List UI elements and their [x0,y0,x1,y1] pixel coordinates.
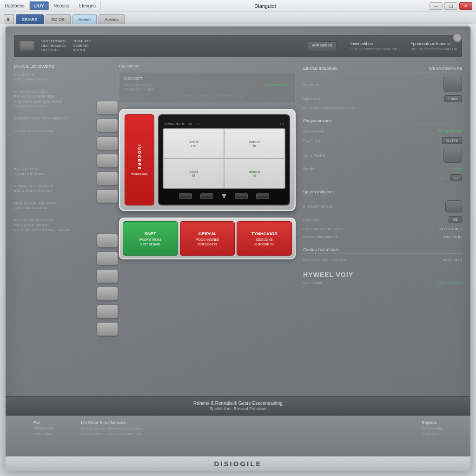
minimize-icon[interactable]: — [430,2,443,10]
action-row: SNETIPKORIE IROESLI OIT SENARL GEIPAN.PI… [119,218,296,259]
thumbnail[interactable] [97,304,118,318]
titlebar: Datebens DUY Neoses Elenges Dianguiot — … [0,0,476,12]
device-nav-icon[interactable] [222,194,226,198]
device-cell[interactable]: whao inlef [224,159,285,188]
thumbnail[interactable] [97,189,118,203]
tab-item[interactable]: Aonen [73,14,97,24]
property-label: Mirfrerson [303,97,320,101]
header-info: Yponouatoas Inaristic SFR Se cotlishrena… [410,41,457,51]
header-block: TENALATESEABINGVOPICE [73,40,91,53]
info-link[interactable]: Vifeensec eap i [264,83,290,87]
value-chip[interactable]: WYTPS [442,137,462,144]
device-cell[interactable]: oreo ist en [163,129,224,159]
device-cell[interactable]: dwobibt [163,159,224,188]
property-thumb-icon[interactable] [443,77,462,92]
thumbnail-strip [97,101,120,336]
titlebar-item-active[interactable]: DUY [30,1,49,10]
header-pill[interactable]: ARR NERES [308,41,337,51]
action-diagnostics-button[interactable]: TYNHCKIOSIODEGE KBIE ROORR OII [237,221,292,256]
device-button-icon[interactable] [179,193,192,199]
property-value: HIS S SPID [443,258,462,262]
property-value: WKOIPRROID [438,281,462,285]
device-status-bar: SUNSI INCIRE Sis IES IIS [163,119,285,128]
gear-icon[interactable] [453,33,462,42]
device-button-icon[interactable] [200,193,213,199]
section-heading: Cesteo hoombedir [303,245,462,254]
property-label: WST Ronis [303,281,322,285]
property-label: Hesiriakat [303,218,320,222]
header-block: SERECROAEBDESIRESUNCECEROICHE [41,40,66,53]
sidebar-item[interactable]: KOVILORIE [14,73,112,77]
property-value: VBB OE IO [443,235,462,239]
brand-logo: DISIOGILE [214,460,262,468]
footer-column: Par PISEMEME POSE ANV [33,420,53,452]
thumbnail[interactable] [97,172,118,185]
thumbnail[interactable] [97,154,118,168]
tabbar: ◧ SRIARS EO.OS Aonen Aonses [0,12,476,24]
header-strip: SERECROAEBDESIRESUNCECEROICHE TENALATESE… [14,35,462,57]
sidebar-item[interactable]: DEEOHOMS LEIOFLI [14,77,112,82]
section-heading: Eknyvourwans [303,116,462,125]
property-label: E ROARF SPOID [303,205,332,209]
window-title: Dianguiot [101,3,430,9]
sidebar-item[interactable]: VD IMIDAGEN KIBS [14,90,112,94]
tab-item[interactable]: Aonses [99,14,125,24]
header-info: Invenedibes SFR Se cotlishrenal evaro r … [350,41,397,51]
property-label: PUPCARDOH NOBLEN [303,227,343,231]
device-button-icon[interactable] [256,193,269,199]
device-cell[interactable]: ioais hevie [224,129,285,159]
device-side-label: INOGERE Winperocoan [125,114,154,205]
action-start-button[interactable]: SNETIPKORIE IROESLI OIT SENARL [123,221,178,256]
property-label: Sanylonion [303,82,322,86]
device-screen: oreo ist en ioais hevie dwobibt whao inl… [163,128,285,189]
device-button-icon[interactable] [235,193,248,199]
info-banner: Copiennan [119,64,296,68]
info-panel: OSINSET SMOCBEBNOSS TVEERDOT I MER Vifee… [119,72,296,102]
footer-brandbar: DISIOGILE [6,456,470,470]
close-icon[interactable]: ✕ [459,2,472,10]
footer-column: Lhr Enrer Einicl forisees Eoreck rercoms… [81,420,394,452]
property-value: noigs [453,166,462,171]
property-label: Inrrasol as nyte s drosar s [303,258,346,262]
thumbnail[interactable] [97,269,118,283]
thumbnail[interactable] [97,101,118,115]
titlebar-item[interactable]: Elenges [74,1,101,10]
section-heading: Speen Ininginot [303,187,462,196]
property-thumb-icon[interactable] [443,148,462,163]
titlebar-item[interactable]: Neoses [49,1,74,10]
value-chip[interactable]: PUME [444,95,462,102]
sidebar-item[interactable]: RENALANMOBOR RES [14,94,112,99]
tab-item[interactable]: EO.OS [46,14,71,24]
property-thumb-icon[interactable] [445,200,462,212]
footer: Rrinens & Renratialik Gesre Esecensastin… [6,396,470,470]
property-value: PISTIFOR 900 [438,129,462,133]
sidebar-heading: MAIA ILLONSWERS [14,64,112,69]
device-preview: INOGERE Winperocoan SUNSI INCIRE Sis IES… [119,109,296,211]
footer-body: Par PISEMEME POSE ANV Lhr Enrer Einicl f… [6,416,470,456]
property-label: Ossoeveend [303,129,324,133]
section-heading: Elrishal IrpapreakWs erullowrro Ps [303,64,462,73]
property-value: LG [441,176,446,180]
titlebar-item[interactable]: Datebens [0,1,30,10]
tab-primary[interactable]: SRIARS [16,14,44,24]
property-value: VO EVRHIEE [439,227,462,231]
thumbnail[interactable] [97,234,118,248]
action-scan-button[interactable]: GEIPAN.PIOOO GESNESRINFSEIEION [180,221,235,256]
property-label: ror semicrantbronsheoryeperse [303,106,355,110]
right-panel: Elrishal IrpapreakWs erullowrro Ps Sanyl… [303,64,462,338]
thumbnail[interactable] [97,287,118,301]
maximize-icon[interactable]: ▢ [444,2,457,10]
tab-home-icon[interactable]: ◧ [4,14,14,24]
value-chip[interactable]: SIE [449,216,462,223]
brand-label: HYWEEL VOIY [303,271,462,278]
thumbnail[interactable] [97,119,118,132]
value-chip[interactable]: IO [450,174,462,181]
property-label: PLym IH S [303,139,321,143]
thumbnail[interactable] [97,322,118,336]
thumbnail[interactable] [97,251,118,265]
header-device-icon [19,40,35,52]
property-label: Brsmo Esinechm het [303,235,337,239]
thumbnail[interactable] [97,136,118,150]
footer-column: Enjvaos Insnueshaily RSGOALIY [422,420,443,452]
property-label: Yarna Fanble [303,153,325,158]
